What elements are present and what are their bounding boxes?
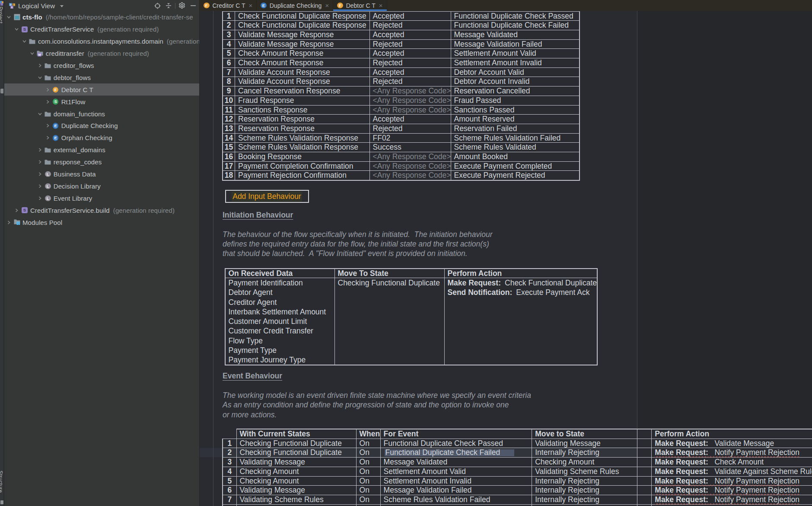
cell[interactable]: Make Request: Notify Payment Rejection — [652, 495, 812, 504]
cell[interactable]: Amount Reserved — [451, 115, 580, 124]
event-behaviour-row[interactable]: 2Checking Functional DuplicateOnFunction… — [223, 448, 812, 458]
structure-tool-icon[interactable] — [0, 500, 4, 504]
cell[interactable]: Checking Amount — [532, 458, 637, 467]
tree-item-modules-pool[interactable]: Modules Pool — [4, 216, 199, 228]
input-behaviour-row[interactable]: 2Check Functional Duplicate ResponseReje… — [223, 21, 580, 30]
input-behaviour-row[interactable]: 12Reservation ResponseAcceptedAmount Res… — [223, 115, 580, 124]
selected-cell-text[interactable]: Functional Duplicate Check Failed — [385, 449, 515, 456]
cell[interactable]: Payment Completion Confirmation — [235, 161, 370, 171]
cell[interactable]: Checking Amount — [236, 476, 356, 486]
project-tool-icon[interactable] — [0, 1, 3, 6]
cell[interactable]: Rejected — [369, 77, 451, 86]
cell[interactable]: 12 — [223, 115, 235, 124]
cell[interactable]: 6 — [223, 58, 235, 68]
event-behaviour-row[interactable]: 3Validating MessageOnMessage ValidatedCh… — [223, 458, 812, 467]
tree-item-external-domains[interactable]: external_domains — [4, 144, 199, 156]
tree-item-creditor-flows[interactable]: creditor_flows — [4, 60, 199, 72]
cell[interactable]: 5 — [223, 476, 236, 486]
cell[interactable] — [637, 467, 652, 476]
cell[interactable]: FF02 — [369, 133, 451, 143]
cell[interactable] — [637, 486, 652, 495]
input-behaviour-row[interactable]: 14Scheme Rules Validation ResponseFF02Sc… — [223, 133, 580, 143]
cell[interactable]: Settlement Amount Invalid — [380, 476, 532, 486]
tree-item-domain-functions[interactable]: domain_functions — [4, 108, 199, 120]
cell[interactable]: Validating Scheme Rules — [236, 495, 356, 504]
cell[interactable]: Scheme Rules Validation Failed — [380, 495, 532, 504]
editor-tab-duplicate-checking[interactable]: EDuplicate Checking× — [257, 0, 333, 11]
cell[interactable]: Functional Duplicate Check Passed — [380, 439, 532, 448]
cell[interactable]: Sanctions Response — [235, 105, 370, 115]
cell[interactable]: 17 — [223, 161, 235, 171]
cell[interactable]: Reservation Response — [235, 124, 370, 133]
cell[interactable]: Validating Scheme Rules — [532, 467, 637, 476]
cell[interactable]: Message Validation Failed — [451, 39, 580, 49]
chevron-right-icon[interactable] — [37, 63, 42, 68]
input-behaviour-row[interactable]: 8Validate Account ResponseRejectedDebtor… — [223, 77, 580, 86]
cell[interactable]: Cancel Reservation Response — [235, 86, 370, 96]
stripe-project-label[interactable]: Project — [0, 6, 3, 23]
chevron-right-icon[interactable] — [37, 195, 42, 201]
input-behaviour-row[interactable]: 7Validate Account ResponseAcceptedDebtor… — [223, 67, 580, 77]
cell[interactable]: Rejected — [369, 58, 451, 68]
event-behaviour-row[interactable]: 6Validating MessageOnMessage Validation … — [223, 486, 812, 495]
chevron-down-icon[interactable] — [29, 51, 35, 56]
cell[interactable]: Fraud Response — [235, 96, 370, 105]
cell[interactable]: 10 — [223, 96, 235, 105]
tree-item-cts-flo[interactable]: cts-flo(/home/tomb/repos/sample-client/c… — [4, 11, 199, 23]
cell[interactable]: Checking Functional Duplicate — [236, 439, 356, 448]
cell[interactable]: Reservation Response — [235, 115, 370, 124]
cell[interactable]: On — [356, 467, 380, 476]
cell[interactable]: 16 — [223, 152, 235, 162]
gear-icon[interactable] — [176, 0, 188, 11]
cell[interactable]: Validate Account Response — [235, 67, 370, 77]
cell[interactable]: Scheme Rules Validation Response — [235, 143, 370, 152]
input-behaviour-row[interactable]: 11Sanctions Response<Any Response Code>S… — [223, 105, 580, 115]
tree-item-credittransferservice[interactable]: SCreditTransferService(generation requir… — [4, 23, 199, 35]
close-icon[interactable]: × — [325, 2, 329, 9]
chevron-right-icon[interactable] — [45, 135, 50, 141]
cell[interactable]: Accepted — [369, 11, 451, 21]
cell[interactable]: Validate Message Response — [235, 39, 370, 49]
tree-item-decision-library[interactable]: LDecision Library — [4, 180, 199, 192]
cell[interactable]: Settlement Amount Valid — [451, 49, 580, 58]
cell[interactable]: Check Functional Duplicate Response — [235, 11, 370, 21]
cell[interactable] — [637, 458, 652, 467]
input-behaviour-row[interactable]: 13Reservation ResponseRejectedReservatio… — [223, 124, 580, 133]
cell[interactable]: 3 — [223, 30, 235, 39]
cell[interactable]: Message Validated — [451, 30, 580, 39]
cell[interactable]: Functional Duplicate Check Failed — [451, 21, 580, 30]
cell[interactable]: Rejected — [369, 124, 451, 133]
input-behaviour-row[interactable]: 10Fraud Response<Any Response Code>Fraud… — [223, 96, 580, 105]
cell[interactable]: 7 — [223, 67, 235, 77]
cell[interactable] — [637, 448, 652, 458]
cell[interactable]: Payment Rejection Confirmation — [235, 171, 370, 180]
tree-item-rt1flow[interactable]: SRt1Flow — [4, 96, 199, 108]
cell[interactable]: 3 — [223, 458, 236, 467]
tree-item-business-data[interactable]: LBusiness Data — [4, 168, 199, 180]
chevron-right-icon[interactable] — [37, 183, 42, 189]
cell[interactable]: Check Amount Response — [235, 58, 370, 68]
cell[interactable]: <Any Response Code> — [369, 171, 451, 180]
cell[interactable]: On — [356, 495, 380, 504]
cell[interactable]: 4 — [223, 39, 235, 49]
cell[interactable]: <Any Response Code> — [369, 96, 451, 105]
cell[interactable]: 14 — [223, 133, 235, 143]
cell[interactable]: Scheme Rules Validated — [451, 143, 580, 152]
tree-item-duplicate-checking[interactable]: EDuplicate Checking — [4, 120, 199, 132]
view-selector[interactable]: Logical View — [18, 2, 55, 10]
input-behaviour-row[interactable]: 18Payment Rejection Confirmation<Any Res… — [223, 171, 580, 180]
cell[interactable]: Make Request: Notify Payment Rejection — [652, 486, 812, 495]
stripe-structure-label[interactable]: Structure — [0, 471, 3, 493]
cell[interactable]: 9 — [223, 86, 235, 96]
cell[interactable]: Booking Response — [235, 152, 370, 162]
cell[interactable]: Validating Message — [236, 486, 356, 495]
chevron-right-icon[interactable] — [14, 208, 19, 213]
cell[interactable]: Make Request: Validate Against Scheme Ru… — [652, 467, 812, 476]
cell[interactable]: 6 — [223, 486, 236, 495]
chevron-right-icon[interactable] — [6, 220, 12, 225]
cell[interactable]: 2 — [223, 21, 235, 30]
cell[interactable]: Message Validated — [380, 458, 532, 467]
cell[interactable]: Debtor Account Invalid — [451, 77, 580, 86]
cell[interactable] — [637, 476, 652, 486]
cell[interactable]: Internally Rejecting — [532, 448, 637, 458]
